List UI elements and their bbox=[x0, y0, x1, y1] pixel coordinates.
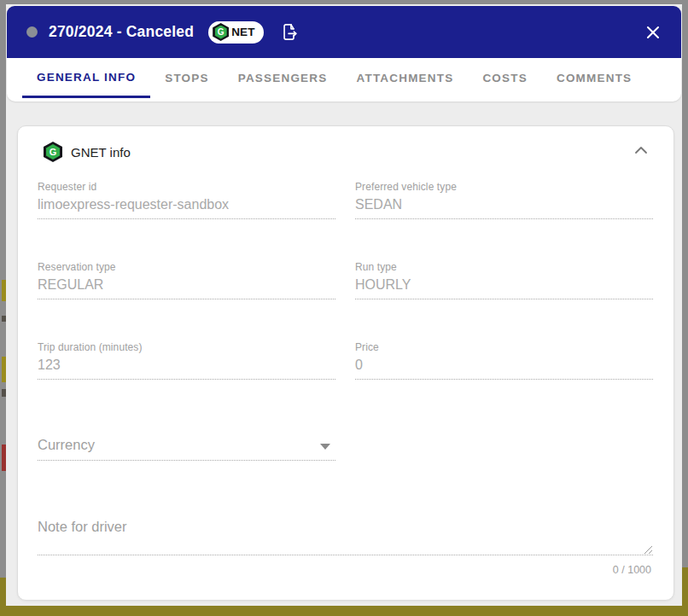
note-character-counter: 0 / 1000 bbox=[613, 564, 651, 576]
field-label: Reservation type bbox=[38, 261, 335, 273]
gnet-hexagon-icon: G bbox=[44, 142, 62, 162]
field-note-for-driver bbox=[38, 512, 653, 555]
dialog-header: 270/2024 - Canceled G NET bbox=[7, 6, 681, 58]
background-artifact bbox=[2, 389, 6, 397]
chevron-down-icon[interactable] bbox=[320, 444, 330, 450]
background-edge-top bbox=[0, 0, 688, 4]
field-label: Preferred vehicle type bbox=[355, 181, 653, 193]
gnet-badge-text: NET bbox=[231, 26, 255, 38]
field-reservation-type: Reservation type bbox=[38, 261, 335, 299]
tab-stops[interactable]: STOPS bbox=[150, 58, 224, 98]
note-for-driver-textarea[interactable] bbox=[38, 512, 653, 555]
tab-comments[interactable]: COMMENTS bbox=[542, 58, 646, 98]
status-dot-icon bbox=[26, 26, 38, 38]
background-edge-right-bottom bbox=[682, 567, 688, 616]
price-input bbox=[355, 357, 653, 373]
background-artifact bbox=[2, 316, 6, 322]
gnet-info-title: GNET info bbox=[71, 145, 131, 160]
run-type-input bbox=[355, 277, 653, 293]
gnet-badge: G NET bbox=[208, 21, 264, 44]
field-label: Trip duration (minutes) bbox=[38, 341, 335, 353]
reservation-type-input bbox=[38, 277, 335, 293]
collapse-chevron-up-icon[interactable] bbox=[634, 146, 648, 154]
tab-costs[interactable]: COSTS bbox=[468, 58, 542, 98]
close-icon[interactable] bbox=[645, 25, 661, 40]
background-edge-bottom bbox=[0, 606, 688, 616]
resize-handle-icon[interactable] bbox=[644, 543, 653, 552]
field-label: Requester id bbox=[38, 181, 335, 193]
preferred-vehicle-type-input bbox=[355, 197, 653, 212]
export-file-icon[interactable] bbox=[280, 21, 300, 43]
field-requester-id: Requester id bbox=[38, 181, 335, 219]
field-currency bbox=[38, 435, 335, 461]
field-label: Run type bbox=[355, 261, 653, 273]
background-artifact bbox=[2, 357, 6, 382]
tab-attachments[interactable]: ATTACHMENTS bbox=[341, 58, 468, 98]
gnet-hexagon-icon: G bbox=[213, 23, 229, 41]
background-edge-left-bottom bbox=[0, 578, 6, 616]
field-label: Price bbox=[355, 341, 653, 353]
gnet-info-card: G GNET info Requester id Preferred vehic… bbox=[17, 125, 674, 601]
background-edge-right bbox=[682, 0, 688, 567]
field-run-type: Run type bbox=[355, 261, 653, 299]
trip-duration-input bbox=[38, 357, 335, 373]
background-artifact bbox=[2, 445, 6, 471]
field-preferred-vehicle-type: Preferred vehicle type bbox=[355, 181, 653, 219]
background-artifact bbox=[2, 280, 6, 301]
tab-general-info[interactable]: GENERAL INFO bbox=[22, 58, 150, 98]
field-price: Price bbox=[355, 341, 653, 380]
requester-id-input bbox=[38, 197, 335, 212]
field-trip-duration: Trip duration (minutes) bbox=[38, 341, 335, 380]
tab-passengers[interactable]: PASSENGERS bbox=[224, 58, 342, 98]
dialog-title: 270/2024 - Canceled bbox=[49, 23, 194, 41]
currency-select[interactable] bbox=[38, 435, 311, 453]
tab-bar: GENERAL INFO STOPS PASSENGERS ATTACHMENT… bbox=[7, 58, 681, 102]
